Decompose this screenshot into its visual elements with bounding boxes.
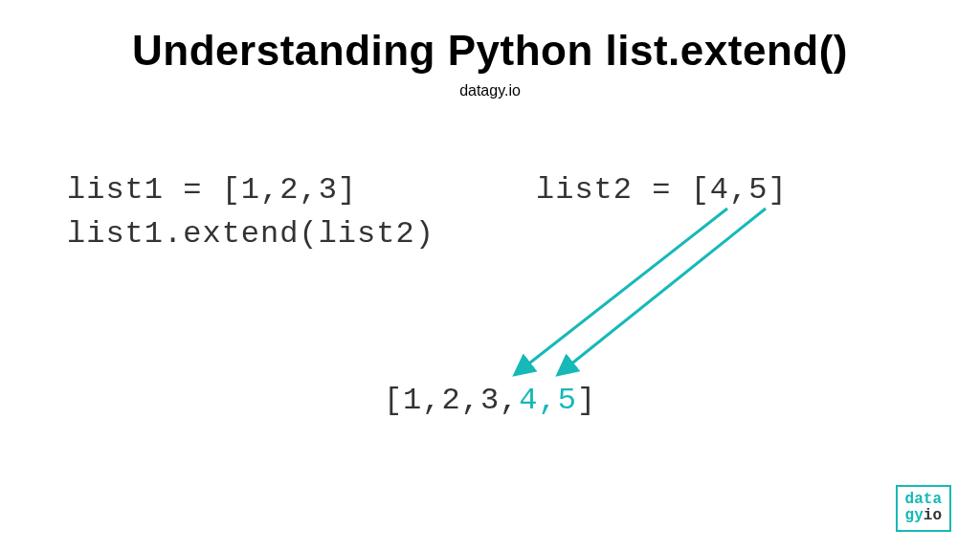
result-prefix: [1,2,3, xyxy=(384,383,519,418)
page-subtitle: datagy.io xyxy=(0,82,980,99)
svg-line-2 xyxy=(560,209,766,373)
result-list: [1,2,3,4,5] xyxy=(0,383,980,418)
page-title: Understanding Python list.extend() xyxy=(0,27,980,75)
code-list2-assignment: list2 = [4,5] xyxy=(536,172,788,208)
code-extend-call: list1.extend(list2) xyxy=(67,216,434,252)
code-list1-assignment: list1 = [1,2,3] xyxy=(67,172,357,208)
datagy-logo: data gyio xyxy=(896,485,951,532)
svg-line-1 xyxy=(517,209,727,373)
result-suffix: ] xyxy=(577,383,596,418)
logo-line2: gyio xyxy=(905,508,942,525)
logo-line1: data xyxy=(905,492,942,509)
result-highlighted: 4,5 xyxy=(519,383,577,418)
